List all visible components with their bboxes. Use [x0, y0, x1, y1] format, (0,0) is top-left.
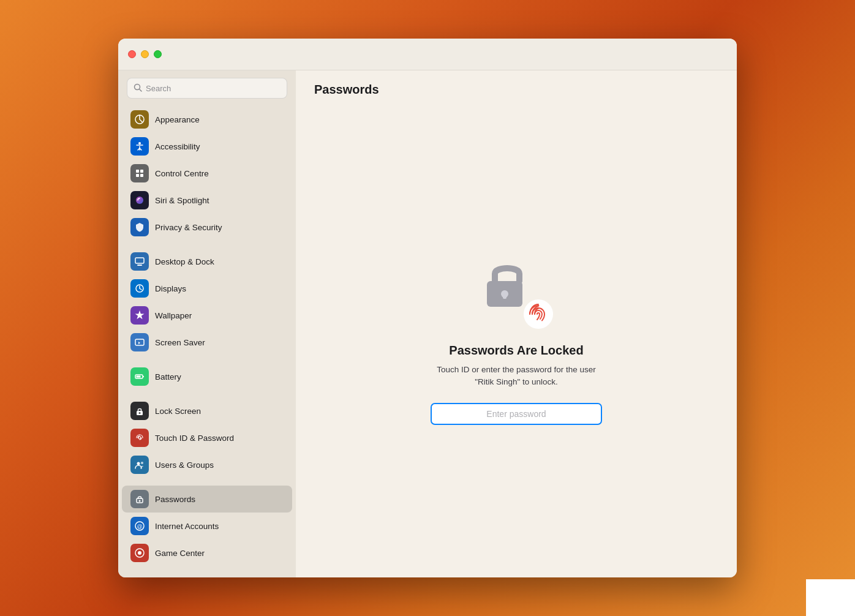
search-placeholder: Search	[146, 84, 171, 93]
svg-point-8	[136, 197, 143, 204]
sidebar-label-users-groups: Users & Groups	[155, 460, 214, 470]
sidebar-separator	[118, 478, 296, 486]
svg-rect-9	[135, 258, 144, 263]
icon-internet-accounts: @	[130, 517, 149, 535]
locked-subtitle: Touch ID or enter the password for the u…	[437, 364, 596, 389]
sidebar-item-desktop-dock[interactable]: Desktop & Dock	[122, 248, 292, 275]
svg-point-19	[137, 462, 140, 465]
icon-screen-saver	[130, 333, 149, 351]
sidebar-separator	[118, 241, 296, 248]
sidebar-item-wallpaper[interactable]: Wallpaper	[122, 302, 292, 329]
sidebar-separator	[118, 390, 296, 397]
locked-subtitle-line2: "Ritik Singh" to unlock.	[475, 377, 558, 386]
sidebar-item-touch-id[interactable]: Touch ID & Password	[122, 424, 292, 451]
sidebar-item-accessibility[interactable]: Accessibility	[122, 133, 292, 160]
svg-point-18	[138, 437, 141, 439]
svg-rect-14	[143, 376, 144, 377]
maximize-button[interactable]	[154, 50, 162, 58]
content-title: Passwords	[314, 83, 718, 97]
sidebar-label-screen-saver: Screen Saver	[155, 338, 205, 347]
minimize-button[interactable]	[141, 50, 149, 58]
traffic-lights	[128, 50, 162, 58]
sidebar-item-internet-accounts[interactable]: @ Internet Accounts	[122, 513, 292, 539]
sidebar-separator	[118, 356, 296, 363]
sidebar-item-control-centre[interactable]: Control Centre	[122, 160, 292, 187]
locked-subtitle-line1: Touch ID or enter the password for the u…	[437, 365, 596, 374]
fingerprint-icon	[524, 299, 553, 329]
icon-lock-screen	[130, 402, 149, 420]
icon-appearance	[130, 110, 149, 129]
sidebar-item-appearance[interactable]: Appearance	[122, 106, 292, 133]
sidebar-label-displays: Displays	[155, 284, 186, 293]
sidebar-item-siri-spotlight[interactable]: Siri & Spotlight	[122, 187, 292, 214]
svg-point-3	[138, 142, 141, 145]
sidebar-label-siri-spotlight: Siri & Spotlight	[155, 196, 209, 205]
sidebar-label-internet-accounts: Internet Accounts	[155, 522, 219, 531]
lock-illustration	[480, 255, 553, 329]
icon-desktop-dock	[130, 252, 149, 271]
sidebar-items: Appearance Accessibility Control Centre …	[118, 106, 296, 577]
sidebar-label-passwords: Passwords	[155, 495, 195, 504]
search-box[interactable]: Search	[127, 78, 287, 99]
svg-point-17	[139, 412, 141, 414]
sidebar-label-control-centre: Control Centre	[155, 169, 209, 178]
svg-point-26	[138, 551, 141, 555]
svg-text:@: @	[137, 524, 142, 530]
search-container[interactable]: Search	[118, 70, 296, 106]
sidebar: Search Appearance Accessibility Control …	[118, 70, 296, 577]
sidebar-label-appearance: Appearance	[155, 115, 200, 124]
svg-rect-7	[140, 174, 143, 177]
sidebar-item-battery[interactable]: Battery	[122, 363, 292, 390]
search-icon	[134, 83, 142, 94]
sidebar-item-displays[interactable]: Displays	[122, 275, 292, 302]
sidebar-label-wallpaper: Wallpaper	[155, 311, 192, 320]
sidebar-item-game-center[interactable]: Game Center	[122, 539, 292, 566]
sidebar-label-desktop-dock: Desktop & Dock	[155, 257, 214, 266]
icon-touch-id	[130, 429, 149, 447]
icon-game-center	[130, 544, 149, 562]
sidebar-item-lock-screen[interactable]: Lock Screen	[122, 397, 292, 424]
close-button[interactable]	[128, 50, 136, 58]
sidebar-item-passwords[interactable]: Passwords	[122, 486, 292, 513]
sidebar-label-touch-id: Touch ID & Password	[155, 434, 234, 443]
white-block	[806, 579, 855, 616]
icon-siri-spotlight	[130, 191, 149, 209]
svg-rect-36	[503, 294, 507, 299]
system-preferences-window: Search Appearance Accessibility Control …	[118, 39, 737, 577]
icon-control-centre	[130, 164, 149, 182]
svg-rect-15	[137, 376, 141, 378]
svg-line-1	[140, 89, 142, 91]
svg-rect-10	[137, 265, 142, 266]
icon-displays	[130, 279, 149, 298]
sidebar-item-keyboard[interactable]: Keyboard	[122, 574, 292, 577]
password-input[interactable]	[431, 403, 602, 425]
main-content: Passwords	[296, 70, 737, 577]
sidebar-label-battery: Battery	[155, 372, 181, 381]
icon-privacy-security	[130, 218, 149, 236]
icon-passwords	[130, 490, 149, 508]
icon-accessibility	[130, 137, 149, 156]
svg-rect-12	[135, 339, 144, 345]
svg-rect-5	[140, 170, 143, 173]
sidebar-label-lock-screen: Lock Screen	[155, 407, 201, 416]
content-header: Passwords	[296, 70, 737, 103]
window-body: Search Appearance Accessibility Control …	[118, 70, 737, 577]
content-body: Passwords Are Locked Touch ID or enter t…	[296, 103, 737, 577]
titlebar	[118, 39, 737, 70]
svg-rect-6	[136, 174, 139, 177]
sidebar-label-privacy-security: Privacy & Security	[155, 223, 222, 232]
sidebar-item-users-groups[interactable]: Users & Groups	[122, 451, 292, 478]
sidebar-label-game-center: Game Center	[155, 549, 205, 558]
svg-rect-4	[136, 170, 139, 173]
sidebar-label-accessibility: Accessibility	[155, 142, 200, 151]
svg-point-22	[139, 500, 141, 502]
sidebar-item-screen-saver[interactable]: Screen Saver	[122, 329, 292, 356]
svg-point-20	[141, 462, 143, 464]
sidebar-separator	[118, 566, 296, 574]
icon-wallpaper	[130, 306, 149, 325]
password-input-wrapper[interactable]	[431, 403, 602, 425]
locked-title: Passwords Are Locked	[449, 344, 583, 358]
icon-battery	[130, 367, 149, 386]
icon-users-groups	[130, 456, 149, 474]
sidebar-item-privacy-security[interactable]: Privacy & Security	[122, 214, 292, 241]
